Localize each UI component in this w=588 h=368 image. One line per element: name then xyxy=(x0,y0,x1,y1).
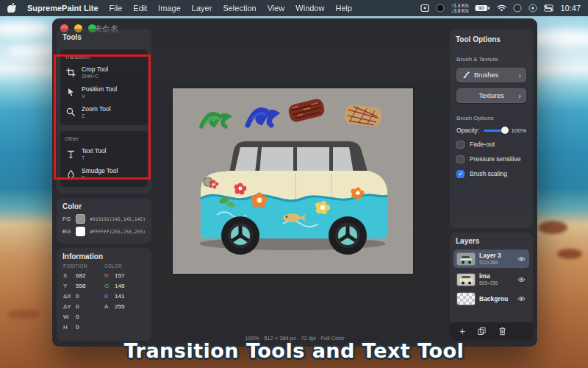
app-name[interactable]: SupremePaint Lite xyxy=(27,4,98,13)
tool-text[interactable]: Text Tool T xyxy=(65,144,143,164)
info-label: B xyxy=(104,293,115,300)
network-speed: ↑1.4 K/s ↓3.8 K/s xyxy=(451,3,468,13)
info-label: R xyxy=(104,272,115,279)
cloud xyxy=(7,46,59,57)
menu-file[interactable]: File xyxy=(110,4,123,13)
apple-logo-icon[interactable] xyxy=(7,3,16,13)
layer-name: Layer 3 xyxy=(479,252,501,259)
add-layer-button[interactable]: + xyxy=(459,327,465,336)
layer-row-layer3[interactable]: Layer 3 512×384 xyxy=(453,250,529,268)
menu-image[interactable]: Image xyxy=(158,4,181,13)
position-header: POSITION xyxy=(63,263,104,269)
info-row: Y 558 G 148 xyxy=(57,280,151,291)
app-circle-icon-2[interactable] xyxy=(528,4,537,13)
chevron-right-icon: › xyxy=(518,92,521,99)
brush-options-label: Brush Options xyxy=(456,115,526,121)
checkbox-checked[interactable]: ✓ xyxy=(456,170,465,178)
battery-level: 90 xyxy=(478,6,484,10)
layers-panel-title: Layers xyxy=(450,233,533,247)
front-wheel xyxy=(221,216,259,255)
tool-zoom[interactable]: Zoom Tool Z xyxy=(65,102,143,122)
info-value: 558 xyxy=(76,283,104,289)
control-center-icon[interactable] xyxy=(544,4,553,12)
tool-crop[interactable]: Crop Tool Shift+C xyxy=(65,63,143,82)
menu-view[interactable]: View xyxy=(268,4,285,13)
wifi-icon[interactable] xyxy=(497,4,506,12)
rock xyxy=(7,309,40,319)
menu-clock[interactable]: 10:47 xyxy=(560,4,581,13)
color-header: COLOR xyxy=(104,263,122,269)
rock xyxy=(538,221,567,234)
layers-toolbar: + xyxy=(450,322,533,341)
menu-edit[interactable]: Edit xyxy=(133,4,147,13)
pressure-sensitive-option[interactable]: Pressure sensitive xyxy=(450,152,533,166)
brush-scaling-option[interactable]: ✓ Brush scaling xyxy=(450,166,533,181)
canvas-artwork xyxy=(173,88,413,274)
info-row: ΔY 0 A 255 xyxy=(57,301,151,311)
rear-wheel xyxy=(329,216,367,255)
info-value: 255 xyxy=(115,303,124,310)
tool-shortcut: Z xyxy=(82,113,111,119)
fade-out-option[interactable]: Fade-out xyxy=(450,137,533,152)
info-value: 0 xyxy=(76,293,104,300)
status-record-icon[interactable] xyxy=(436,4,445,13)
canvas[interactable] xyxy=(173,88,413,274)
other-label: Other xyxy=(65,135,143,142)
cloud xyxy=(529,29,588,47)
textures-button[interactable]: Textures › xyxy=(456,88,526,103)
info-label: X xyxy=(63,272,76,279)
fade-out-label: Fade-out xyxy=(470,141,495,148)
tool-shortcut: Shift+C xyxy=(82,74,108,79)
opacity-row: Opacity: 100% xyxy=(450,125,533,137)
fg-label: FG xyxy=(62,216,71,222)
duplicate-layer-button[interactable] xyxy=(478,325,486,339)
opacity-slider[interactable] xyxy=(484,130,506,132)
menu-selection[interactable]: Selection xyxy=(223,4,256,13)
tool-options-panel: Tool Options Brush & Texture Brushes › T… xyxy=(450,29,533,228)
brushes-label: Brushes xyxy=(474,71,498,79)
info-row: ΔX 0 B 141 xyxy=(57,291,151,301)
info-label: ΔY xyxy=(63,303,76,310)
info-row: H 0 xyxy=(57,322,151,332)
tool-name: Crop Tool xyxy=(82,66,108,73)
info-label: H xyxy=(63,324,76,330)
fg-swatch[interactable] xyxy=(76,214,85,224)
layer-row-ima[interactable]: ima 505×256 xyxy=(453,270,529,289)
tool-options-title: Tool Options xyxy=(450,29,533,46)
bg-color-row: BG #FFFFFF(255,255,255) xyxy=(57,225,151,238)
tool-position[interactable]: Position Tool V xyxy=(65,82,143,102)
delete-layer-button[interactable] xyxy=(498,325,506,339)
checkbox-unchecked[interactable] xyxy=(456,141,465,149)
position-cursor-icon xyxy=(66,88,76,97)
tool-shortcut: V xyxy=(82,93,117,99)
net-up: ↑1.4 K/s xyxy=(451,3,468,8)
layer-size: 505×256 xyxy=(479,280,498,286)
layer-size: 512×384 xyxy=(479,260,501,266)
menu-window[interactable]: Window xyxy=(295,4,324,13)
crop-icon xyxy=(66,68,76,77)
battery-icon[interactable]: 90 xyxy=(475,4,490,12)
checkbox-unchecked[interactable] xyxy=(456,155,465,163)
eye-icon[interactable] xyxy=(517,277,526,283)
tool-name: Position Tool xyxy=(82,85,117,93)
eye-icon[interactable] xyxy=(517,256,526,262)
app-circle-icon-1[interactable] xyxy=(513,4,522,13)
layer-thumbnail xyxy=(457,293,475,305)
layer-row-background[interactable]: Backgrou xyxy=(453,291,529,307)
eye-icon[interactable] xyxy=(517,296,526,302)
menu-layer[interactable]: Layer xyxy=(192,4,212,13)
status-square-icon[interactable] xyxy=(420,4,429,13)
chevron-right-icon: › xyxy=(518,71,521,79)
tool-name: Smudge Tool xyxy=(82,167,118,174)
info-row: W 0 xyxy=(57,311,151,322)
rock xyxy=(557,249,582,259)
bg-swatch[interactable] xyxy=(76,227,85,236)
slider-knob[interactable] xyxy=(501,127,509,134)
layer-name: Backgrou xyxy=(479,295,508,302)
textures-label: Textures xyxy=(478,92,503,99)
tool-smudge[interactable]: Smudge Tool S xyxy=(65,164,143,184)
menu-help[interactable]: Help xyxy=(335,4,352,13)
brushes-button[interactable]: Brushes › xyxy=(456,68,526,82)
tools-panel: Tools Transform Crop Tool Shift+C Positi… xyxy=(57,29,151,194)
caption-text: Transition Tools and Text Tool xyxy=(0,339,588,362)
